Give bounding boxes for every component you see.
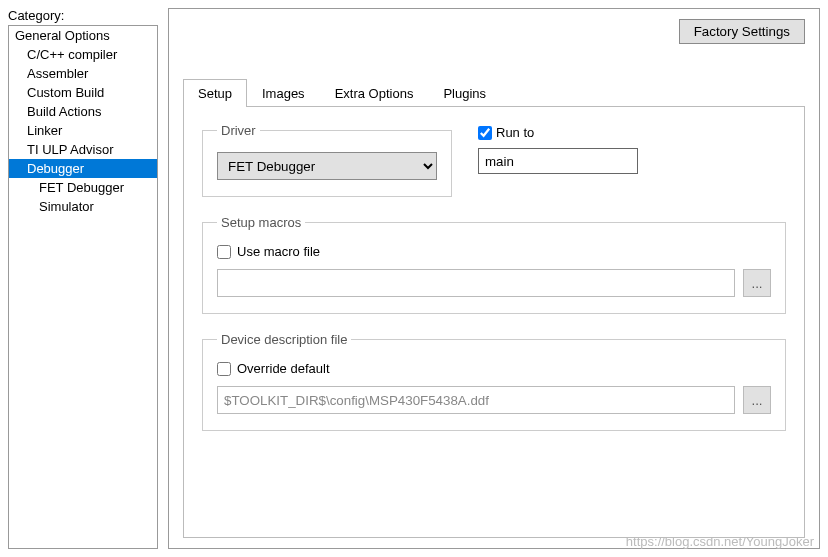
override-row[interactable]: Override default xyxy=(217,361,771,376)
setup-macros-legend: Setup macros xyxy=(217,215,305,230)
tab-images[interactable]: Images xyxy=(247,79,320,107)
override-label: Override default xyxy=(237,361,330,376)
use-macro-label: Use macro file xyxy=(237,244,320,259)
setup-macros-group: Setup macros Use macro file ... xyxy=(202,215,786,314)
tree-item-general[interactable]: General Options xyxy=(9,26,157,45)
runto-checkbox-row[interactable]: Run to xyxy=(478,125,638,140)
tree-item-assembler[interactable]: Assembler xyxy=(9,64,157,83)
use-macro-checkbox[interactable] xyxy=(217,245,231,259)
tab-extraoptions[interactable]: Extra Options xyxy=(320,79,429,107)
tree-item-fetdebugger[interactable]: FET Debugger xyxy=(9,178,157,197)
tree-item-debugger[interactable]: Debugger xyxy=(9,159,157,178)
main-panel: Factory Settings Setup Images Extra Opti… xyxy=(168,8,820,549)
tree-item-ulpadvisor[interactable]: TI ULP Advisor xyxy=(9,140,157,159)
use-macro-row[interactable]: Use macro file xyxy=(217,244,771,259)
ddf-file-input xyxy=(217,386,735,414)
driver-group: Driver FET Debugger xyxy=(202,123,452,197)
tabs: Setup Images Extra Options Plugins xyxy=(183,78,805,107)
tree-item-linker[interactable]: Linker xyxy=(9,121,157,140)
macro-browse-button[interactable]: ... xyxy=(743,269,771,297)
tree-item-custombuild[interactable]: Custom Build xyxy=(9,83,157,102)
tab-setup[interactable]: Setup xyxy=(183,79,247,107)
override-checkbox[interactable] xyxy=(217,362,231,376)
runto-checkbox[interactable] xyxy=(478,126,492,140)
driver-legend: Driver xyxy=(217,123,260,138)
tree-item-compiler[interactable]: C/C++ compiler xyxy=(9,45,157,64)
driver-select[interactable]: FET Debugger xyxy=(217,152,437,180)
tree-item-buildactions[interactable]: Build Actions xyxy=(9,102,157,121)
factory-settings-button[interactable]: Factory Settings xyxy=(679,19,805,44)
ddf-browse-button[interactable]: ... xyxy=(743,386,771,414)
tree-item-simulator[interactable]: Simulator xyxy=(9,197,157,216)
runto-label: Run to xyxy=(496,125,534,140)
tab-setup-body: Driver FET Debugger Run to Setup macros … xyxy=(183,107,805,538)
category-tree[interactable]: General Options C/C++ compiler Assembler… xyxy=(8,25,158,549)
ddf-legend: Device description file xyxy=(217,332,351,347)
category-label: Category: xyxy=(8,8,158,23)
ddf-group: Device description file Override default… xyxy=(202,332,786,431)
macro-file-input[interactable] xyxy=(217,269,735,297)
tab-plugins[interactable]: Plugins xyxy=(428,79,501,107)
runto-input[interactable] xyxy=(478,148,638,174)
